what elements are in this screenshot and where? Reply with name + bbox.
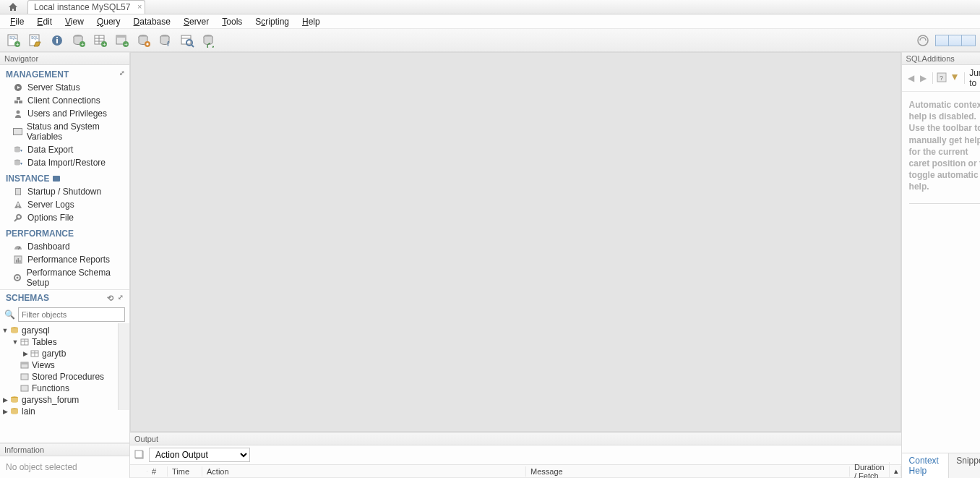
tab-snippets[interactable]: Snippets bbox=[949, 453, 980, 478]
nav-client-connections[interactable]: Client Connections bbox=[0, 94, 129, 107]
nav-server-logs[interactable]: Server Logs bbox=[0, 198, 129, 211]
svg-rect-45 bbox=[17, 207, 18, 208]
performance-heading: PERFORMANCE bbox=[0, 224, 129, 240]
svg-rect-62 bbox=[21, 374, 28, 380]
play-icon bbox=[13, 82, 23, 93]
warning-icon bbox=[13, 200, 23, 210]
svg-text:+: + bbox=[124, 41, 128, 48]
menu-file[interactable]: File bbox=[4, 16, 30, 27]
tree-db-lain[interactable]: lain bbox=[22, 406, 35, 417]
wrench-icon bbox=[13, 213, 23, 223]
information-panel: Information No object selected bbox=[0, 443, 129, 478]
inspector-icon[interactable] bbox=[49, 33, 65, 48]
menu-tools[interactable]: Tools bbox=[216, 16, 248, 27]
reconnect-icon[interactable] bbox=[201, 33, 217, 48]
tree-db-garysql[interactable]: garysql bbox=[22, 325, 50, 336]
close-icon[interactable]: × bbox=[137, 2, 142, 11]
search-table-icon[interactable] bbox=[179, 33, 195, 48]
management-heading: MANAGEMENT ⤢ bbox=[0, 65, 129, 81]
output-panel: Output Action Output # Time Action Messa… bbox=[130, 432, 901, 478]
nav-startup[interactable]: Startup / Shutdown bbox=[0, 185, 129, 198]
nav-data-export[interactable]: Data Export bbox=[0, 143, 129, 156]
svg-text:+: + bbox=[103, 41, 106, 48]
tree-table-garytb[interactable]: garytb bbox=[42, 349, 66, 359]
connection-tab-label: Local instance MySQL57 bbox=[34, 2, 130, 12]
create-sp-icon[interactable] bbox=[136, 33, 152, 48]
svg-rect-33 bbox=[14, 101, 18, 103]
tree-db-garyssh[interactable]: garyssh_forum bbox=[22, 395, 79, 405]
updates-icon[interactable] bbox=[915, 33, 931, 48]
refresh-icon[interactable]: ⟲ bbox=[107, 294, 113, 303]
svg-rect-48 bbox=[16, 260, 17, 263]
menu-query[interactable]: Query bbox=[91, 16, 126, 27]
svg-rect-38 bbox=[14, 129, 22, 135]
tree-sp[interactable]: Stored Procedures bbox=[32, 372, 104, 382]
tab-context-help[interactable]: Context Help bbox=[902, 453, 950, 478]
menu-edit[interactable]: Edit bbox=[31, 16, 58, 27]
create-schema-icon[interactable]: + bbox=[71, 33, 87, 48]
nav-dashboard[interactable]: Dashboard bbox=[0, 240, 129, 253]
schemas-heading: SCHEMAS ⟲ ⤢ bbox=[0, 289, 129, 306]
svg-text:+: + bbox=[81, 41, 85, 48]
col-num[interactable]: # bbox=[147, 466, 168, 477]
create-view-icon[interactable]: + bbox=[114, 33, 130, 48]
home-tab[interactable] bbox=[3, 0, 23, 14]
nav-data-import[interactable]: Data Import/Restore bbox=[0, 156, 129, 169]
svg-rect-34 bbox=[19, 101, 22, 103]
nav-users[interactable]: Users and Privileges bbox=[0, 107, 129, 120]
help-divider bbox=[909, 203, 980, 204]
expand-schemas-icon[interactable]: ⤢ bbox=[118, 294, 124, 303]
menu-database[interactable]: Database bbox=[128, 16, 176, 27]
output-clear-icon[interactable] bbox=[134, 450, 145, 460]
main-area: Navigator MANAGEMENT ⤢ Server Status Cli… bbox=[0, 52, 980, 478]
col-duration[interactable]: Duration / Fetch bbox=[850, 462, 890, 479]
import-icon bbox=[13, 158, 23, 168]
tree-tables[interactable]: Tables bbox=[32, 337, 57, 347]
output-type-select[interactable]: Action Output bbox=[149, 448, 250, 462]
nav-status-vars[interactable]: Status and System Variables bbox=[0, 120, 129, 143]
schema-tree[interactable]: ▼garysql ▼Tables ▶garytb Views Stored Pr… bbox=[0, 323, 129, 419]
svg-rect-67 bbox=[135, 451, 142, 458]
menu-server[interactable]: Server bbox=[178, 16, 215, 27]
menu-scripting[interactable]: Scripting bbox=[249, 16, 295, 27]
menubar: File Edit View Query Database Server Too… bbox=[0, 14, 980, 29]
panel-toggle[interactable] bbox=[935, 35, 976, 46]
svg-rect-49 bbox=[18, 258, 20, 263]
new-sql-tab-icon[interactable]: SQL+ bbox=[6, 33, 22, 48]
nav-perf-reports[interactable]: Performance Reports bbox=[0, 253, 129, 266]
open-sql-icon[interactable]: SQL bbox=[27, 33, 43, 48]
sql-additions-panel: SQLAdditions ◀ ▶ ? Jump to Automatic con… bbox=[901, 52, 980, 478]
output-title: Output bbox=[130, 432, 901, 445]
output-scroll-up[interactable]: ▴ bbox=[890, 466, 901, 477]
nav-back-icon[interactable]: ◀ bbox=[906, 73, 916, 83]
tree-fn[interactable]: Functions bbox=[32, 383, 69, 393]
sql-editor-area[interactable] bbox=[130, 52, 901, 432]
svg-rect-41 bbox=[53, 176, 60, 182]
create-func-icon[interactable]: f bbox=[158, 33, 173, 48]
menu-help[interactable]: Help bbox=[296, 16, 326, 27]
information-body: No object selected bbox=[0, 456, 129, 478]
col-action[interactable]: Action bbox=[202, 466, 526, 477]
help-caret-icon[interactable] bbox=[950, 72, 960, 84]
col-time[interactable]: Time bbox=[168, 466, 202, 477]
expand-icon[interactable]: ⤢ bbox=[119, 69, 125, 77]
navigator-title: Navigator bbox=[0, 52, 129, 65]
jump-to-label[interactable]: Jump to bbox=[969, 68, 980, 88]
vars-icon bbox=[13, 127, 22, 137]
nav-perf-schema[interactable]: Performance Schema Setup bbox=[0, 266, 129, 289]
connection-tab[interactable]: Local instance MySQL57 × bbox=[27, 0, 145, 14]
help-toggle-icon[interactable]: ? bbox=[937, 72, 947, 84]
menu-view[interactable]: View bbox=[59, 16, 90, 27]
nav-fwd-icon[interactable]: ▶ bbox=[919, 73, 928, 83]
main-toolbar: SQL+ SQL + + + f bbox=[0, 29, 980, 52]
sqladd-title: SQLAdditions bbox=[902, 52, 980, 65]
col-message[interactable]: Message bbox=[526, 466, 850, 477]
report-icon bbox=[13, 255, 23, 265]
nav-server-status[interactable]: Server Status bbox=[0, 81, 129, 94]
nav-options-file[interactable]: Options File bbox=[0, 211, 129, 224]
svg-rect-8 bbox=[56, 39, 58, 43]
create-table-icon[interactable]: + bbox=[93, 33, 108, 48]
tree-scrollbar[interactable] bbox=[118, 323, 129, 410]
tree-views[interactable]: Views bbox=[32, 360, 55, 370]
schema-filter-input[interactable] bbox=[18, 307, 125, 322]
